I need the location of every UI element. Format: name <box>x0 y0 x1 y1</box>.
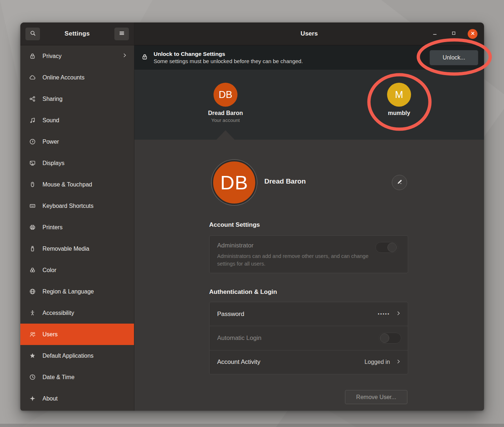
pencil-icon <box>397 179 403 186</box>
chevron-right-icon <box>122 53 127 59</box>
titlebar: Users <box>134 22 484 45</box>
auth-login-heading: Authentication & Login <box>209 288 277 296</box>
auth-login-card: Password ••••• Automatic Login Account A… <box>209 302 408 374</box>
sidebar-item-printers[interactable]: Printers <box>20 217 134 238</box>
about-icon <box>29 395 36 402</box>
users-icon <box>29 331 36 338</box>
main-panel: Users Unlock to Change Settings Some set… <box>134 22 484 411</box>
region-language-icon <box>29 288 36 295</box>
avatar-initials: M <box>395 89 403 100</box>
password-label: Password <box>217 311 378 318</box>
maximize-button[interactable] <box>449 29 459 39</box>
maximize-icon <box>451 30 456 37</box>
administrator-toggle[interactable] <box>375 242 398 253</box>
unlock-button[interactable]: Unlock... <box>430 50 478 65</box>
menu-button[interactable] <box>114 27 129 41</box>
page-title: Users <box>301 30 318 37</box>
profile-name: Dread Baron <box>264 177 306 185</box>
unlock-banner: Unlock to Change Settings Some settings … <box>134 45 484 70</box>
remove-user-button[interactable]: Remove User... <box>345 390 407 404</box>
edit-name-button[interactable] <box>392 175 407 190</box>
search-icon <box>30 30 36 38</box>
sidebar-item-label: Accessibility <box>42 310 74 316</box>
sidebar-item-region-language[interactable]: Region & Language <box>20 281 134 302</box>
avatar-initials: DB <box>219 89 232 100</box>
sidebar-item-sound[interactable]: Sound <box>20 110 134 131</box>
hamburger-menu-icon <box>119 30 125 38</box>
sidebar-item-label: Mouse & Touchpad <box>42 181 92 188</box>
account-tab-dread-baron[interactable]: DB Dread Baron Your account <box>193 70 258 123</box>
password-row[interactable]: Password ••••• <box>210 302 408 326</box>
sidebar-item-sharing[interactable]: Sharing <box>20 88 134 110</box>
chevron-right-icon <box>396 359 401 366</box>
password-value: ••••• <box>378 312 390 317</box>
profile-avatar[interactable]: DB <box>212 160 257 205</box>
sidebar-item-removable-media[interactable]: Removable Media <box>20 238 134 259</box>
default-applications-icon <box>29 352 36 360</box>
sidebar-item-privacy[interactable]: Privacy <box>20 45 134 67</box>
sidebar-item-about[interactable]: About <box>20 388 134 409</box>
accessibility-icon <box>29 309 36 317</box>
sidebar-header: Settings <box>20 22 134 45</box>
account-activity-value: Logged in <box>365 359 390 365</box>
user-details-panel: DB Dread Baron Account Settings Administ… <box>134 140 484 411</box>
close-icon <box>471 30 475 37</box>
sidebar-item-mouse-touchpad[interactable]: Mouse & Touchpad <box>20 174 134 195</box>
administrator-label: Administrator <box>217 242 399 249</box>
automatic-login-toggle[interactable] <box>379 333 401 344</box>
search-button[interactable] <box>25 27 40 41</box>
sidebar-item-label: Keyboard Shortcuts <box>42 203 94 209</box>
sidebar-title: Settings <box>40 30 114 37</box>
administrator-card: Administrator Administrators can add and… <box>209 235 408 273</box>
sidebar-item-label: Color <box>42 267 56 274</box>
keyboard-icon <box>29 202 36 210</box>
profile-avatar-initials: DB <box>220 171 248 194</box>
sidebar-item-online-accounts[interactable]: Online Accounts <box>20 67 134 88</box>
sidebar-item-default-applications[interactable]: Default Applications <box>20 345 134 366</box>
sidebar-item-label: Sharing <box>42 96 62 102</box>
account-name: Dread Baron <box>193 110 258 116</box>
sidebar-item-label: Printers <box>42 224 62 231</box>
sidebar-item-label: Removable Media <box>42 246 89 252</box>
account-activity-row[interactable]: Account Activity Logged in <box>210 350 408 374</box>
sidebar-item-color[interactable]: Color <box>20 259 134 281</box>
privacy-icon <box>29 53 36 60</box>
sidebar-item-label: About <box>42 395 58 402</box>
automatic-login-row: Automatic Login <box>210 326 408 350</box>
sidebar-item-label: Date & Time <box>42 374 74 381</box>
close-button[interactable] <box>468 29 477 39</box>
unlock-title: Unlock to Change Settings <box>154 50 430 58</box>
sidebar-item-accessibility[interactable]: Accessibility <box>20 302 134 324</box>
sidebar-item-displays[interactable]: Displays <box>20 152 134 174</box>
mouse-icon <box>29 181 36 188</box>
sound-icon <box>29 117 36 124</box>
sidebar-item-users[interactable]: Users <box>20 324 134 345</box>
sidebar-item-label: Online Accounts <box>42 74 85 81</box>
sidebar-item-label: Users <box>42 331 58 338</box>
toggle-knob <box>387 243 397 252</box>
chevron-right-icon <box>396 311 401 317</box>
sidebar-list: PrivacyOnline AccountsSharingSoundPowerD… <box>20 45 134 411</box>
sidebar-item-label: Privacy <box>42 53 61 59</box>
sidebar-item-power[interactable]: Power <box>20 131 134 152</box>
printers-icon <box>29 224 36 231</box>
removable-media-icon <box>29 245 36 252</box>
sidebar-item-date-time[interactable]: Date & Time <box>20 366 134 388</box>
sharing-icon <box>29 95 36 103</box>
avatar-dread-baron: DB <box>214 83 237 107</box>
desktop-taskbar-edge <box>0 424 504 427</box>
unlock-texts: Unlock to Change Settings Some settings … <box>154 50 430 65</box>
minimize-button[interactable] <box>430 29 440 39</box>
account-tab-mumbly[interactable]: M mumbly <box>366 70 432 116</box>
administrator-description: Administrators can add and remove other … <box>217 252 369 268</box>
user-selector-strip: DB Dread Baron Your account M mumbly <box>134 70 484 140</box>
date-time-icon <box>29 374 36 381</box>
sidebar-item-keyboard-shortcuts[interactable]: Keyboard Shortcuts <box>20 195 134 217</box>
sidebar-item-label: Sound <box>42 117 59 124</box>
selected-account-carat <box>216 130 235 140</box>
settings-window: Settings PrivacyOnline AccountsSharingSo… <box>20 22 484 411</box>
unlock-subtitle: Some settings must be unlocked before th… <box>154 58 430 65</box>
account-name: mumbly <box>366 110 432 116</box>
toggle-knob <box>380 333 389 343</box>
sidebar-item-label: Default Applications <box>42 353 94 359</box>
